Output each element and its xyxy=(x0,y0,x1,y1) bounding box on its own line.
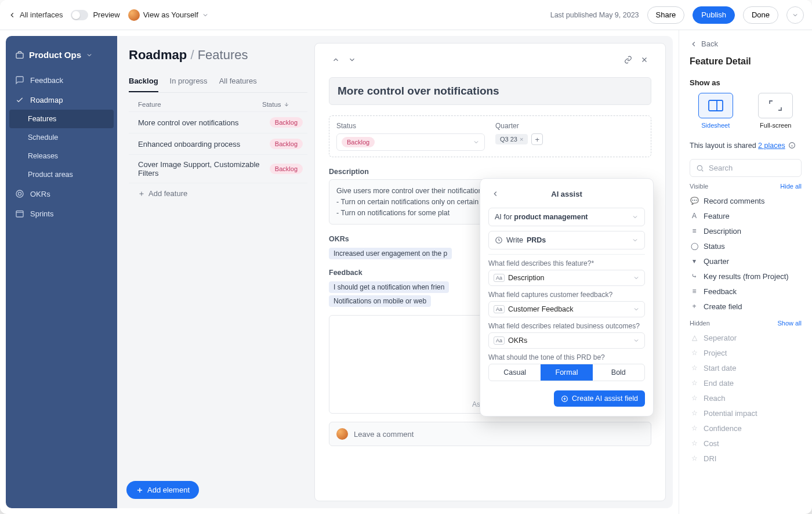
status-badge: Backlog xyxy=(270,117,303,128)
record-title[interactable]: More control over notifications xyxy=(329,77,651,105)
overflow-menu[interactable] xyxy=(786,6,804,24)
ai-assist-popover: AI assist AI for product management Writ… xyxy=(480,178,654,417)
okr-chip[interactable]: Increased user engagement on the p xyxy=(329,248,452,259)
status-icon: ◯ xyxy=(690,241,699,251)
quarter-label: Quarter xyxy=(495,122,644,130)
svg-rect-0 xyxy=(16,53,23,58)
sidebar-item-product-areas[interactable]: Product areas xyxy=(6,165,117,184)
sidebar: Product Ops Feedback Roadmap Features Sc… xyxy=(6,36,117,508)
showas-sidesheet[interactable]: Sidesheet xyxy=(690,93,742,129)
field-dri[interactable]: ☆DRI xyxy=(690,451,802,466)
target-icon xyxy=(15,189,24,198)
field-quarter[interactable]: ▾Quarter xyxy=(690,254,802,269)
field-feedback[interactable]: ≡Feedback xyxy=(690,284,802,299)
remove-tag-icon[interactable]: × xyxy=(520,136,523,143)
ai-q2: What field captures customer feedback? xyxy=(488,291,645,299)
avatar xyxy=(336,428,348,440)
close-detail[interactable] xyxy=(637,53,651,67)
status-select[interactable]: Backlog xyxy=(336,133,485,151)
rocket-icon xyxy=(15,95,24,104)
sidebar-item-roadmap[interactable]: Roadmap xyxy=(6,90,117,110)
preview-toggle[interactable] xyxy=(71,10,88,20)
status-label: Status xyxy=(336,122,485,130)
field-impact[interactable]: ☆Potential impact xyxy=(690,406,802,421)
ai-field-description[interactable]: AaDescription xyxy=(488,270,645,286)
workspace-switcher[interactable]: Product Ops xyxy=(6,44,117,66)
field-end-date[interactable]: ☆End date xyxy=(690,375,802,390)
add-quarter[interactable]: + xyxy=(531,133,543,145)
back-all-interfaces[interactable]: All interfaces xyxy=(8,10,63,19)
sidebar-item-okrs[interactable]: OKRs xyxy=(6,184,117,204)
description-label: Description xyxy=(329,168,651,176)
shared-places-link[interactable]: 2 places xyxy=(758,142,785,150)
svg-rect-6 xyxy=(709,100,723,111)
feedback-chip[interactable]: I should get a notification when frien xyxy=(329,281,449,293)
sidebar-item-sprints[interactable]: Sprints xyxy=(6,204,117,223)
view-as-dropdown[interactable]: View as Yourself xyxy=(128,9,209,21)
inspector-back[interactable]: Back xyxy=(690,39,802,48)
last-published: Last published May 9, 2023 xyxy=(550,11,639,19)
add-element-button[interactable]: Add element xyxy=(126,481,199,499)
showas-label: Show as xyxy=(690,78,802,87)
ai-back[interactable] xyxy=(488,187,502,201)
publish-button[interactable]: Publish xyxy=(693,6,735,24)
hide-all-link[interactable]: Hide all xyxy=(780,183,802,190)
field-status[interactable]: ◯Status xyxy=(690,238,802,254)
field-record-comments[interactable]: 💬Record comments xyxy=(690,193,802,208)
breadcrumb: Roadmap / Features xyxy=(129,48,307,63)
back-label: All interfaces xyxy=(20,10,63,19)
quarter-tag[interactable]: Q3 23× xyxy=(495,134,528,144)
field-reach[interactable]: ☆Reach xyxy=(690,390,802,406)
tone-casual[interactable]: Casual xyxy=(489,364,541,381)
feedback-icon xyxy=(15,75,24,85)
tab-in-progress[interactable]: In progress xyxy=(170,72,208,92)
add-feature-button[interactable]: Add feature xyxy=(129,183,307,204)
showas-fullscreen[interactable]: Full-screen xyxy=(750,93,802,129)
col-status[interactable]: Status xyxy=(262,101,303,108)
avatar xyxy=(128,9,140,21)
sidebar-item-schedule[interactable]: Schedule xyxy=(6,128,117,147)
field-description[interactable]: ≡Description xyxy=(690,223,802,238)
sidebar-item-features[interactable]: Features xyxy=(9,110,114,128)
ai-template-select[interactable]: Write PRDs xyxy=(488,231,645,249)
show-all-link[interactable]: Show all xyxy=(777,320,802,327)
field-search[interactable]: Search xyxy=(690,159,802,177)
workspace-name: Product Ops xyxy=(29,50,81,60)
done-button[interactable]: Done xyxy=(743,6,778,24)
field-start-date[interactable]: ☆Start date xyxy=(690,360,802,375)
field-seperator[interactable]: △Seperator xyxy=(690,330,802,345)
svg-point-2 xyxy=(18,192,21,195)
ai-q1: What field describes this feature?* xyxy=(488,259,645,267)
feedback-chip[interactable]: Notifications on mobile or web xyxy=(329,295,431,307)
field-key-results[interactable]: ⤷Key results (from Project) xyxy=(690,269,802,284)
tone-segmented[interactable]: Casual Formal Bold xyxy=(488,364,645,381)
field-cost[interactable]: ☆Cost xyxy=(690,436,802,451)
svg-rect-3 xyxy=(16,211,23,217)
field-project[interactable]: ☆Project xyxy=(690,345,802,360)
create-field[interactable]: +Create field xyxy=(690,299,802,314)
table-row[interactable]: Cover Image Support, Customizable Filter… xyxy=(129,154,307,183)
ai-category-select[interactable]: AI for product management xyxy=(488,208,645,226)
field-feature[interactable]: AFeature xyxy=(690,208,802,223)
tone-formal[interactable]: Formal xyxy=(541,364,592,381)
tone-bold[interactable]: Bold xyxy=(593,364,644,381)
tab-all-features[interactable]: All features xyxy=(219,72,257,92)
sidebar-item-feedback[interactable]: Feedback xyxy=(6,70,117,90)
link-icon: ≡ xyxy=(690,287,699,296)
share-button[interactable]: Share xyxy=(647,6,685,24)
ai-field-feedback[interactable]: AaCustomer Feedback xyxy=(488,301,645,317)
tab-backlog[interactable]: Backlog xyxy=(129,72,158,92)
next-record[interactable] xyxy=(345,53,359,67)
prev-record[interactable] xyxy=(329,53,343,67)
ai-field-okrs[interactable]: AaOKRs xyxy=(488,332,645,349)
create-ai-field-button[interactable]: Create AI assist field xyxy=(554,390,645,407)
comment-input[interactable]: Leave a comment xyxy=(329,422,651,446)
col-feature[interactable]: Feature xyxy=(138,101,262,108)
field-confidence[interactable]: ☆Confidence xyxy=(690,421,802,436)
longtext-icon: ≡ xyxy=(690,226,699,236)
copy-link[interactable] xyxy=(621,53,635,67)
table-row[interactable]: Enhanced onboarding process Backlog xyxy=(129,133,307,154)
layout-shared-info: This layout is shared 2 places xyxy=(690,142,802,150)
sidebar-item-releases[interactable]: Releases xyxy=(6,147,117,165)
table-row[interactable]: More control over notifications Backlog xyxy=(129,111,307,133)
